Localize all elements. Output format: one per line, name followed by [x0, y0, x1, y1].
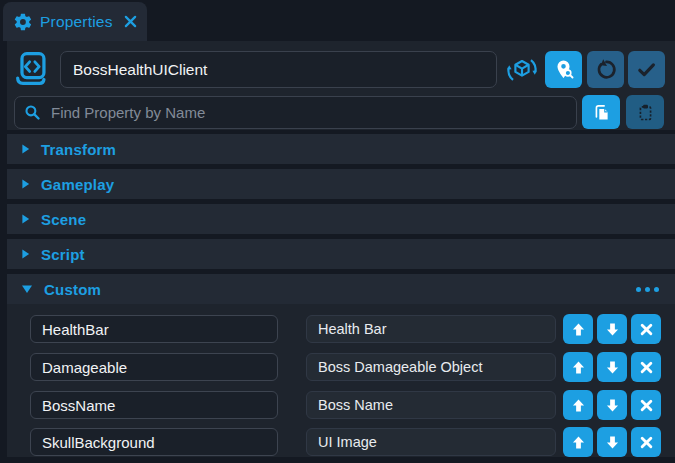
move-down-button[interactable] [597, 352, 627, 382]
property-value-field[interactable]: Health Bar [306, 315, 556, 343]
gear-icon [13, 12, 33, 32]
section-label: Custom [44, 281, 623, 298]
property-name-input[interactable] [30, 353, 278, 381]
search-input[interactable] [49, 103, 568, 122]
tab-properties[interactable]: Properties [3, 2, 147, 41]
property-name-input[interactable] [30, 315, 278, 343]
move-up-button[interactable] [563, 427, 593, 457]
delete-property-button[interactable] [631, 352, 661, 382]
custom-property-row: Health Bar [7, 314, 675, 344]
tab-bar: Properties [0, 0, 675, 41]
object-name-input[interactable] [60, 51, 497, 88]
custom-property-row: Boss Damageable Object [7, 352, 675, 382]
close-icon[interactable] [124, 15, 137, 28]
section-label: Transform [41, 141, 661, 158]
chevron-right-icon [21, 248, 30, 260]
networked-cube-icon [503, 51, 540, 88]
chevron-down-icon [21, 284, 33, 294]
custom-property-row: Boss Name [7, 390, 675, 420]
chevron-right-icon [21, 213, 30, 225]
script-icon [11, 48, 53, 94]
custom-section-menu-button[interactable] [634, 283, 661, 296]
move-up-button[interactable] [563, 352, 593, 382]
property-value-field[interactable]: UI Image [306, 428, 556, 456]
delete-property-button[interactable] [631, 427, 661, 457]
chevron-right-icon [21, 178, 30, 190]
section-label: Scene [41, 211, 661, 228]
tab-title: Properties [40, 13, 117, 31]
section-transform[interactable]: Transform [7, 134, 675, 164]
apply-button[interactable] [628, 51, 665, 88]
move-up-button[interactable] [563, 390, 593, 420]
properties-panel: Properties [0, 0, 675, 463]
search-icon [23, 103, 42, 122]
property-value-field[interactable]: Boss Name [306, 391, 556, 419]
move-down-button[interactable] [597, 427, 627, 457]
move-down-button[interactable] [597, 314, 627, 344]
delete-property-button[interactable] [631, 314, 661, 344]
section-script[interactable]: Script [7, 239, 675, 269]
revert-button[interactable] [587, 51, 624, 88]
chevron-right-icon [21, 143, 30, 155]
panel-edge [0, 41, 7, 463]
section-scene[interactable]: Scene [7, 204, 675, 234]
delete-property-button[interactable] [631, 390, 661, 420]
find-in-scene-button[interactable] [545, 51, 582, 88]
property-name-input[interactable] [30, 391, 278, 419]
move-down-button[interactable] [597, 390, 627, 420]
property-search-box[interactable] [14, 96, 577, 129]
section-label: Gameplay [41, 176, 661, 193]
panel-edge [0, 457, 675, 463]
move-up-button[interactable] [563, 314, 593, 344]
copy-button[interactable] [582, 95, 620, 129]
section-gameplay[interactable]: Gameplay [7, 169, 675, 199]
section-custom[interactable]: Custom [7, 274, 675, 304]
section-label: Script [41, 246, 661, 263]
custom-property-row: UI Image [7, 427, 675, 457]
paste-button[interactable] [626, 95, 664, 129]
property-value-field[interactable]: Boss Damageable Object [306, 353, 556, 381]
property-name-input[interactable] [30, 428, 278, 456]
